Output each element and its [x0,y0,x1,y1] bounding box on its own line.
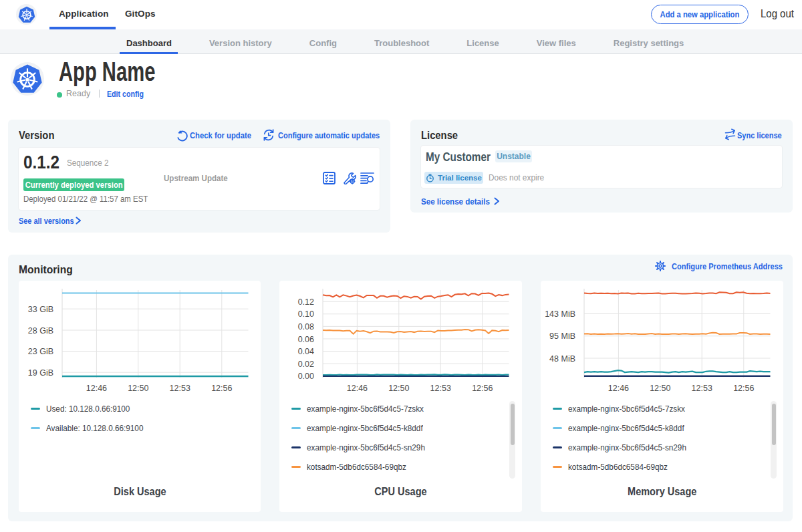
svg-text:12:56: 12:56 [733,384,754,393]
svg-text:0.00: 0.00 [298,372,314,381]
svg-text:0.12: 0.12 [298,297,314,307]
svg-text:12:53: 12:53 [430,384,451,393]
svg-text:143 MiB: 143 MiB [545,309,575,319]
svg-text:12:50: 12:50 [128,384,148,393]
svg-text:0.04: 0.04 [298,347,314,356]
svg-text:12:50: 12:50 [650,384,670,393]
svg-text:19 GiB: 19 GiB [28,368,53,378]
svg-text:33 GiB: 33 GiB [28,305,53,314]
svg-text:0.06: 0.06 [298,335,314,344]
svg-text:12:50: 12:50 [388,384,409,393]
svg-text:12:46: 12:46 [86,384,107,393]
svg-text:12:53: 12:53 [692,384,712,393]
svg-text:12:53: 12:53 [170,384,190,393]
svg-text:0.02: 0.02 [298,360,314,369]
svg-text:28 GiB: 28 GiB [28,326,53,336]
svg-text:0.08: 0.08 [298,322,314,331]
svg-text:23 GiB: 23 GiB [28,347,53,356]
svg-text:0.10: 0.10 [298,309,314,319]
svg-text:12:46: 12:46 [608,384,629,393]
svg-text:95 MiB: 95 MiB [549,331,575,341]
svg-text:48 MiB: 48 MiB [549,354,575,364]
svg-text:12:46: 12:46 [347,384,368,393]
svg-text:12:56: 12:56 [211,384,232,393]
svg-text:12:56: 12:56 [472,384,493,393]
